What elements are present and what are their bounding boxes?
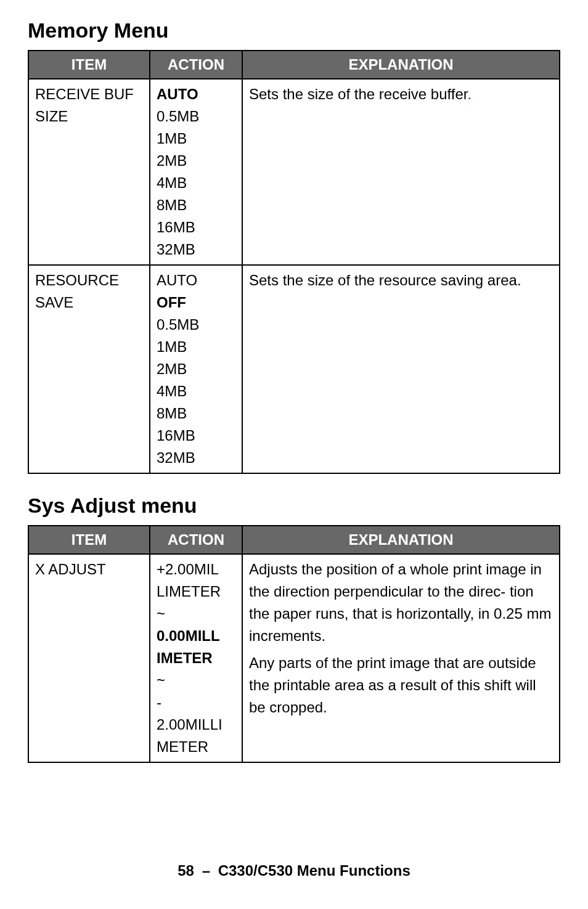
action-option: ~ bbox=[157, 603, 235, 625]
item-cell: RESOURCE SAVE bbox=[28, 265, 150, 473]
table-row: RESOURCE SAVEAUTOOFF0.5MB1MB2MB4MB8MB16M… bbox=[28, 265, 560, 473]
col-header-explanation: EXPLANATION bbox=[242, 51, 560, 79]
trailing-dot: . bbox=[467, 86, 472, 102]
action-option: 32MB bbox=[157, 447, 235, 469]
col-header-action: ACTION bbox=[150, 526, 242, 554]
action-option: 32MB bbox=[157, 238, 235, 261]
memory-menu-heading: Memory Menu bbox=[28, 18, 560, 43]
action-option: 16MB bbox=[157, 216, 235, 238]
col-header-action: ACTION bbox=[150, 51, 242, 79]
action-option: 1MB bbox=[157, 128, 235, 150]
action-cell: +2.00MILLIMETER~0.00MILLIMETER~-2.00MILL… bbox=[150, 554, 242, 762]
col-header-explanation: EXPLANATION bbox=[242, 526, 560, 554]
action-option: AUTO bbox=[157, 269, 235, 291]
explanation-paragraph: Adjusts the position of a whole print im… bbox=[249, 558, 553, 647]
action-option: 0.5MB bbox=[157, 105, 235, 128]
footer-title: C330/C530 Menu Functions bbox=[218, 862, 410, 879]
action-option: 8MB bbox=[157, 402, 235, 425]
memory-menu-table: ITEM ACTION EXPLANATION RECEIVE BUF SIZE… bbox=[28, 50, 560, 474]
explanation-paragraph: Any parts of the print image that are ou… bbox=[249, 652, 553, 719]
action-option: LIMETER bbox=[157, 581, 235, 603]
sys-adjust-menu-heading: Sys Adjust menu bbox=[28, 494, 560, 518]
action-cell: AUTOOFF0.5MB1MB2MB4MB8MB16MB32MB bbox=[150, 265, 242, 473]
action-option: 2.00MILLI bbox=[157, 714, 235, 736]
table-row: RECEIVE BUF SIZEAUTO0.5MB1MB2MB4MB8MB16M… bbox=[28, 79, 560, 265]
footer-separator: – bbox=[202, 862, 210, 879]
action-option: METER bbox=[157, 736, 235, 758]
footer-page-number: 58 bbox=[178, 862, 194, 879]
action-option: 2MB bbox=[157, 150, 235, 172]
action-option: 16MB bbox=[157, 425, 235, 447]
sys-adjust-menu-table: ITEM ACTION EXPLANATION X ADJUST+2.00MIL… bbox=[28, 525, 560, 763]
action-option: 0.5MB bbox=[157, 314, 235, 336]
action-cell: AUTO0.5MB1MB2MB4MB8MB16MB32MB bbox=[150, 79, 242, 265]
action-option: - bbox=[157, 691, 235, 714]
action-option: IMETER bbox=[157, 647, 235, 669]
action-option: 8MB bbox=[157, 194, 235, 216]
col-header-item: ITEM bbox=[28, 51, 150, 79]
action-option: AUTO bbox=[157, 83, 235, 105]
action-option: 1MB bbox=[157, 336, 235, 358]
action-option: 4MB bbox=[157, 172, 235, 194]
item-cell: RECEIVE BUF SIZE bbox=[28, 79, 150, 265]
table-row: X ADJUST+2.00MILLIMETER~0.00MILLIMETER~-… bbox=[28, 554, 560, 762]
action-option: 0.00MILL bbox=[157, 625, 235, 647]
explanation-cell: Sets the size of the receive buffer. bbox=[242, 79, 560, 265]
action-option: +2.00MIL bbox=[157, 558, 235, 581]
action-option: 2MB bbox=[157, 358, 235, 380]
page-footer: 58 – C330/C530 Menu Functions bbox=[0, 862, 588, 879]
action-option: ~ bbox=[157, 669, 235, 691]
action-option: OFF bbox=[157, 291, 235, 314]
explanation-cell: Sets the size of the resource saving are… bbox=[242, 265, 560, 473]
explanation-cell: Adjusts the position of a whole print im… bbox=[242, 554, 560, 762]
col-header-item: ITEM bbox=[28, 526, 150, 554]
action-option: 4MB bbox=[157, 380, 235, 402]
item-cell: X ADJUST bbox=[28, 554, 150, 762]
